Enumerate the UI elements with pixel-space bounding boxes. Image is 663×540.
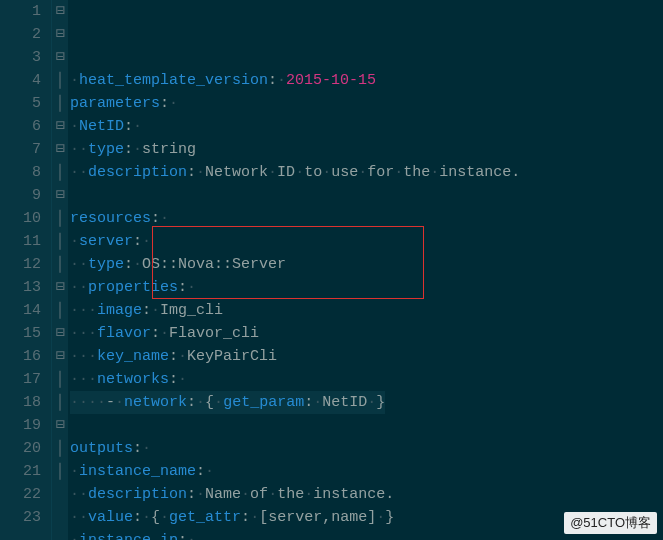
code-line[interactable]: ··type:·OS::Nova::Server bbox=[70, 253, 663, 276]
whitespace-marker: · bbox=[295, 164, 304, 181]
whitespace-marker: · bbox=[304, 486, 313, 503]
code-line[interactable]: ·server:· bbox=[70, 230, 663, 253]
whitespace-marker: ·· bbox=[70, 486, 88, 503]
yaml-key: NetID bbox=[79, 118, 124, 135]
line-number: 14 bbox=[0, 299, 41, 322]
yaml-value: : bbox=[160, 95, 169, 112]
code-line[interactable]: ···flavor:·Flavor_cli bbox=[70, 322, 663, 345]
whitespace-marker: ···· bbox=[70, 394, 106, 411]
yaml-key: type bbox=[88, 141, 124, 158]
whitespace-marker: · bbox=[133, 141, 142, 158]
whitespace-marker: · bbox=[160, 325, 169, 342]
whitespace-marker: · bbox=[268, 486, 277, 503]
whitespace-marker: · bbox=[214, 394, 223, 411]
whitespace-marker: · bbox=[241, 486, 250, 503]
code-line[interactable] bbox=[70, 414, 663, 437]
yaml-key: key_name bbox=[97, 348, 169, 365]
whitespace-marker: ·· bbox=[70, 164, 88, 181]
code-line[interactable]: ··type:·string bbox=[70, 138, 663, 161]
code-line[interactable]: ····-·network:·{·get_param:·NetID·} bbox=[70, 391, 663, 414]
whitespace-marker: ·· bbox=[70, 509, 88, 526]
yaml-value: : bbox=[151, 325, 160, 342]
fold-marker[interactable]: ⊟ bbox=[52, 276, 68, 299]
line-number: 21 bbox=[0, 460, 41, 483]
whitespace-marker: · bbox=[430, 164, 439, 181]
line-number: 6 bbox=[0, 115, 41, 138]
yaml-value: } bbox=[376, 394, 385, 411]
whitespace-marker: · bbox=[70, 233, 79, 250]
code-line[interactable]: ···networks:· bbox=[70, 368, 663, 391]
code-line[interactable]: ···image:·Img_cli bbox=[70, 299, 663, 322]
yaml-value: : bbox=[124, 141, 133, 158]
yaml-key: get_param bbox=[223, 394, 304, 411]
code-line[interactable]: ·heat_template_version:·2015-10-15 bbox=[70, 69, 663, 92]
whitespace-marker: · bbox=[367, 394, 376, 411]
yaml-value: : bbox=[304, 394, 313, 411]
code-line[interactable]: parameters:· bbox=[70, 92, 663, 115]
code-line[interactable]: ·instance_name:· bbox=[70, 460, 663, 483]
whitespace-marker: · bbox=[205, 463, 214, 480]
whitespace-marker: · bbox=[178, 371, 187, 388]
fold-marker[interactable]: ⊟ bbox=[52, 322, 68, 345]
code-line[interactable] bbox=[70, 184, 663, 207]
whitespace-marker: · bbox=[142, 233, 151, 250]
whitespace-marker: ·· bbox=[70, 141, 88, 158]
fold-marker: │ bbox=[52, 161, 68, 184]
code-line[interactable]: ··properties:· bbox=[70, 276, 663, 299]
code-area[interactable]: ·heat_template_version:·2015-10-15parame… bbox=[68, 0, 663, 540]
whitespace-marker: ·· bbox=[70, 256, 88, 273]
line-number: 7 bbox=[0, 138, 41, 161]
fold-marker[interactable]: ⊟ bbox=[52, 184, 68, 207]
yaml-value: OS::Nova::Server bbox=[142, 256, 286, 273]
yaml-number: 2015-10-15 bbox=[286, 72, 376, 89]
fold-marker[interactable]: ⊟ bbox=[52, 345, 68, 368]
line-number: 19 bbox=[0, 414, 41, 437]
fold-marker: │ bbox=[52, 299, 68, 322]
line-number: 17 bbox=[0, 368, 41, 391]
yaml-key: get_attr bbox=[169, 509, 241, 526]
line-number: 4 bbox=[0, 69, 41, 92]
yaml-value: { bbox=[151, 509, 160, 526]
yaml-key: network bbox=[124, 394, 187, 411]
yaml-value: string bbox=[142, 141, 196, 158]
whitespace-marker: ·· bbox=[70, 279, 88, 296]
fold-marker[interactable]: ⊟ bbox=[52, 138, 68, 161]
whitespace-marker: · bbox=[394, 164, 403, 181]
code-line[interactable]: ··description:·Network·ID·to·use·for·the… bbox=[70, 161, 663, 184]
code-line[interactable]: ··description:·Name·of·the·instance. bbox=[70, 483, 663, 506]
code-line[interactable]: ···key_name:·KeyPairCli bbox=[70, 345, 663, 368]
yaml-key: instance_name bbox=[79, 463, 196, 480]
code-line[interactable]: outputs:· bbox=[70, 437, 663, 460]
yaml-value: of bbox=[250, 486, 268, 503]
fold-marker[interactable]: ⊟ bbox=[52, 0, 68, 23]
yaml-value: : bbox=[124, 118, 133, 135]
fold-marker[interactable]: ⊟ bbox=[52, 414, 68, 437]
yaml-value: : bbox=[268, 72, 277, 89]
fold-marker[interactable]: ⊟ bbox=[52, 46, 68, 69]
whitespace-marker: · bbox=[133, 256, 142, 273]
code-editor[interactable]: 1234567891011121314151617181920212223 ⊟⊟… bbox=[0, 0, 663, 540]
line-number: 16 bbox=[0, 345, 41, 368]
yaml-value: : bbox=[187, 486, 196, 503]
yaml-value: Network bbox=[205, 164, 268, 181]
line-number: 12 bbox=[0, 253, 41, 276]
yaml-value: Name bbox=[205, 486, 241, 503]
fold-marker: │ bbox=[52, 230, 68, 253]
yaml-value: : bbox=[133, 440, 142, 457]
whitespace-marker: ··· bbox=[70, 302, 97, 319]
fold-column[interactable]: ⊟⊟⊟││ ⊟⊟│⊟│││⊟│ ⊟⊟││⊟││ bbox=[52, 0, 68, 540]
fold-marker[interactable]: ⊟ bbox=[52, 23, 68, 46]
code-line[interactable]: resources:· bbox=[70, 207, 663, 230]
line-number: 9 bbox=[0, 184, 41, 207]
fold-marker[interactable]: ⊟ bbox=[52, 115, 68, 138]
yaml-value: the bbox=[403, 164, 430, 181]
line-number: 2 bbox=[0, 23, 41, 46]
yaml-value: : bbox=[124, 256, 133, 273]
yaml-key: flavor bbox=[97, 325, 151, 342]
code-line[interactable]: ·NetID:· bbox=[70, 115, 663, 138]
yaml-value: ID bbox=[277, 164, 295, 181]
yaml-key: description bbox=[88, 164, 187, 181]
whitespace-marker: · bbox=[133, 118, 142, 135]
yaml-key: image bbox=[97, 302, 142, 319]
line-number: 20 bbox=[0, 437, 41, 460]
